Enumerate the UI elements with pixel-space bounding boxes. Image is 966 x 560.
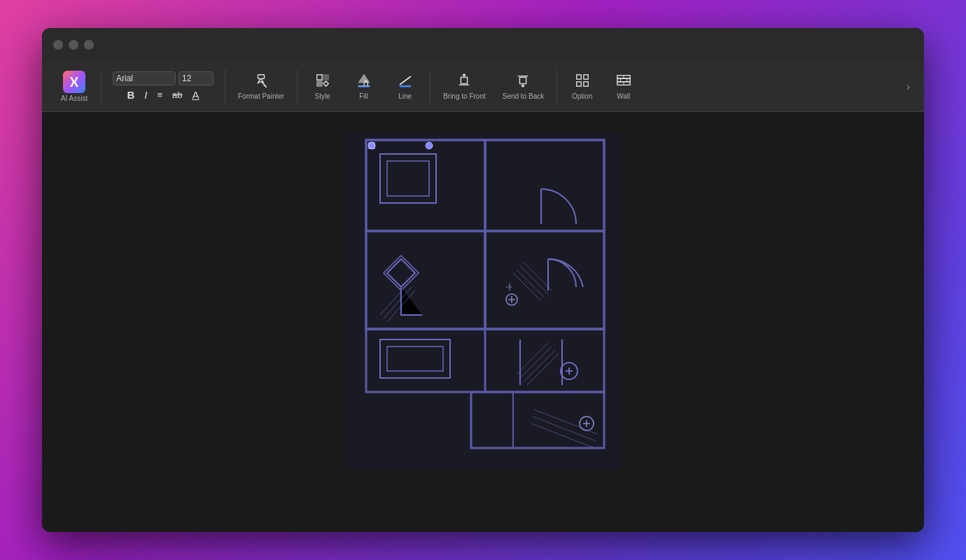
- style-label: Style: [315, 92, 330, 100]
- style-icon: [315, 73, 330, 90]
- ai-assist-button[interactable]: AI Assist: [53, 68, 95, 105]
- canvas-area[interactable]: [42, 112, 924, 532]
- send-to-back-label: Send to Back: [503, 92, 544, 100]
- title-bar: [42, 28, 924, 62]
- option-button[interactable]: Option: [563, 69, 601, 104]
- font-family-select[interactable]: Arial Helvetica Times New Roman: [113, 71, 176, 85]
- divider-3: [297, 70, 298, 104]
- send-to-back-button[interactable]: Send to Back: [496, 69, 551, 104]
- format-painter-icon: [253, 73, 269, 90]
- expand-toolbar-button[interactable]: ›: [904, 78, 913, 96]
- strikethrough-button[interactable]: ab: [169, 89, 185, 101]
- fill-icon: [356, 73, 372, 90]
- wall-label: Wall: [617, 92, 630, 100]
- svg-rect-7: [461, 77, 468, 83]
- wall-button[interactable]: Wall: [604, 69, 643, 104]
- format-painter-label: Format Painter: [238, 92, 284, 100]
- bold-button[interactable]: B: [124, 88, 137, 102]
- font-size-select[interactable]: 12 10 14 16: [178, 71, 214, 85]
- minimize-button[interactable]: [69, 40, 78, 50]
- svg-rect-12: [584, 75, 588, 79]
- fill-label: Fill: [359, 92, 368, 100]
- ai-assist-icon: [63, 71, 85, 93]
- svg-point-56: [426, 142, 433, 149]
- line-icon: [398, 73, 413, 90]
- close-button[interactable]: [53, 40, 63, 50]
- divider-4: [430, 70, 430, 104]
- divider-5: [556, 70, 557, 104]
- bring-to-front-label: Bring to Front: [443, 92, 486, 100]
- fill-button[interactable]: Fill: [344, 69, 383, 104]
- send-to-back-icon: [515, 73, 531, 90]
- bring-to-front-button[interactable]: Bring to Front: [436, 69, 493, 104]
- bring-to-front-icon: [456, 73, 472, 90]
- svg-line-5: [400, 77, 410, 85]
- divider-2: [225, 70, 225, 104]
- line-label: Line: [398, 92, 412, 100]
- ai-assist-label: AI Assist: [61, 94, 88, 102]
- font-group: Arial Helvetica Times New Roman 12 10 14…: [107, 69, 219, 104]
- align-button[interactable]: ≡: [154, 89, 165, 101]
- maximize-button[interactable]: [84, 40, 94, 50]
- svg-rect-13: [576, 82, 580, 86]
- svg-rect-14: [584, 82, 588, 86]
- svg-rect-11: [576, 75, 580, 79]
- format-painter-button[interactable]: Format Painter: [231, 69, 291, 104]
- option-icon: [575, 73, 590, 90]
- toolbar: AI Assist Arial Helvetica Times New Roma…: [42, 62, 924, 112]
- app-window: AI Assist Arial Helvetica Times New Roma…: [42, 28, 924, 532]
- italic-button[interactable]: I: [141, 88, 150, 102]
- svg-rect-2: [323, 75, 328, 80]
- floor-plan-canvas[interactable]: [345, 133, 622, 469]
- svg-line-0: [264, 85, 267, 88]
- style-button[interactable]: Style: [303, 69, 342, 104]
- svg-rect-3: [316, 81, 321, 86]
- underline-button[interactable]: A: [190, 88, 202, 102]
- svg-rect-9: [520, 77, 526, 83]
- divider-1: [101, 70, 102, 104]
- traffic-lights: [53, 40, 94, 50]
- wall-icon: [616, 73, 631, 90]
- svg-rect-1: [316, 75, 321, 80]
- option-label: Option: [572, 92, 592, 100]
- line-button[interactable]: Line: [386, 69, 424, 104]
